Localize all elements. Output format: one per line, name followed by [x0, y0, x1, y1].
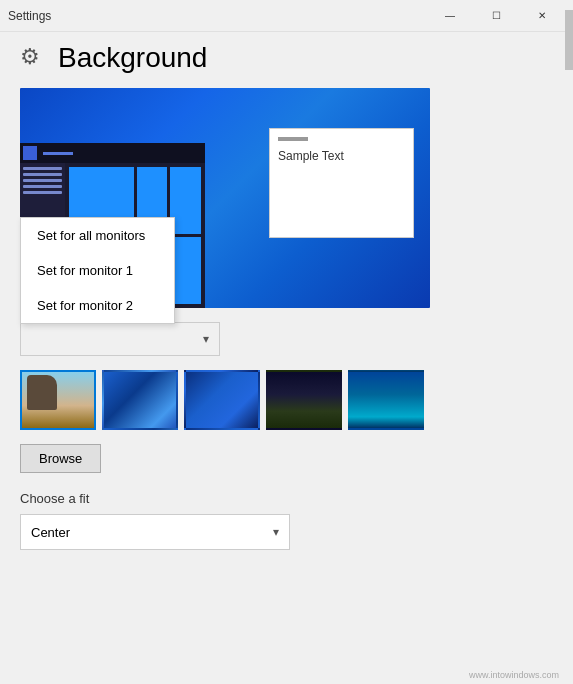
set-for-all-monitors-option[interactable]: Set for all monitors: [21, 218, 174, 253]
thumbnail-blue-swirl[interactable]: [102, 370, 178, 430]
fit-chevron-down-icon: ▾: [273, 525, 279, 539]
menu-line: [23, 185, 62, 188]
background-type-dropdown[interactable]: ▾: [20, 322, 220, 356]
settings-app-title: Settings: [8, 9, 51, 23]
page-title: Background: [58, 42, 207, 74]
browse-button[interactable]: Browse: [20, 444, 101, 473]
watermark: www.intowindows.com: [469, 670, 559, 680]
chevron-down-icon: ▾: [203, 332, 209, 346]
thumbnail-underwater[interactable]: [348, 370, 424, 430]
title-bar-controls: — ☐ ✕: [427, 0, 565, 32]
menu-line: [23, 173, 62, 176]
fit-value: Center: [31, 525, 70, 540]
maximize-button[interactable]: ☐: [473, 0, 519, 32]
sample-text-box: Sample Text: [269, 128, 414, 238]
beach-rock: [27, 375, 57, 410]
dropdown-row: Set for all monitors Set for monitor 1 S…: [20, 322, 553, 356]
menu-line: [23, 179, 62, 182]
menu-line: [23, 191, 62, 194]
set-for-monitor-1-option[interactable]: Set for monitor 1: [21, 253, 174, 288]
minimize-button[interactable]: —: [427, 0, 473, 32]
close-button[interactable]: ✕: [519, 0, 565, 32]
preview-taskbar: [20, 143, 205, 163]
thumbnails-row: [20, 370, 553, 430]
sample-text-title-bar: [278, 137, 308, 141]
page-header: ⚙ Background: [20, 42, 553, 74]
title-bar: Settings — ☐ ✕: [0, 0, 573, 32]
choose-fit-label: Choose a fit: [20, 491, 553, 506]
fit-dropdown[interactable]: Center ▾: [20, 514, 290, 550]
menu-line: [23, 167, 62, 170]
main-content: ⚙ Background Aa: [0, 32, 573, 570]
scrollbar[interactable]: [565, 0, 573, 684]
gear-icon: ⚙: [20, 44, 48, 72]
thumbnail-beach[interactable]: [20, 370, 96, 430]
thumbnail-night[interactable]: [266, 370, 342, 430]
taskbar-icon: [23, 146, 37, 160]
thumbnail-win10[interactable]: [184, 370, 260, 430]
scrollbar-thumb[interactable]: [565, 10, 573, 70]
taskbar-line: [43, 152, 73, 155]
dropdown-overlay-menu: Set for all monitors Set for monitor 1 S…: [20, 217, 175, 324]
set-for-monitor-2-option[interactable]: Set for monitor 2: [21, 288, 174, 323]
title-bar-left: Settings: [8, 9, 51, 23]
sample-text-label: Sample Text: [278, 149, 344, 163]
